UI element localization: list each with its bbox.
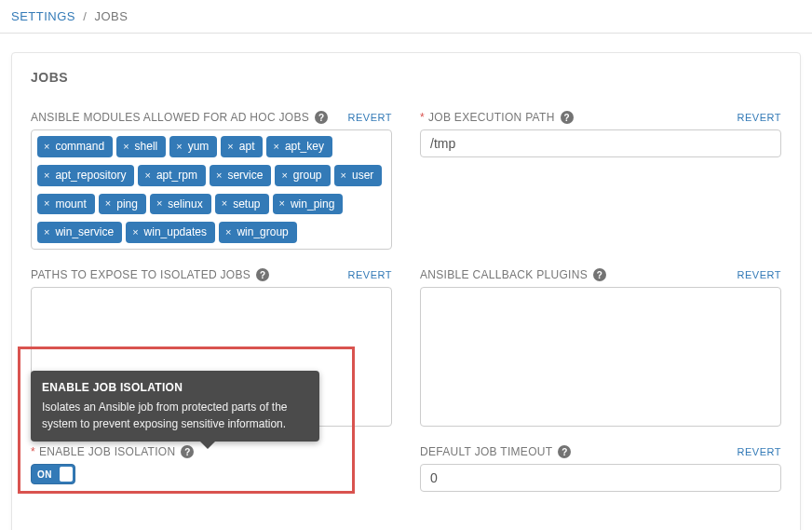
tag-label: group (293, 168, 322, 183)
isolation-label: * ENABLE JOB ISOLATION ? (31, 445, 194, 458)
module-tag[interactable]: ×user (334, 165, 383, 186)
module-tag[interactable]: ×setup (215, 194, 269, 215)
isolation-toggle[interactable]: ON (31, 464, 75, 484)
revert-callback-button[interactable]: REVERT (738, 269, 781, 280)
remove-tag-icon[interactable]: × (341, 169, 346, 183)
callback-plugins-input[interactable] (420, 287, 781, 427)
module-tag[interactable]: ×ping (99, 194, 146, 215)
module-tag[interactable]: ×group (275, 165, 330, 186)
module-tag[interactable]: ×service (210, 165, 271, 186)
help-icon[interactable]: ? (315, 111, 328, 124)
required-indicator: * (420, 111, 425, 124)
module-tag[interactable]: ×win_updates (126, 222, 215, 243)
exec-path-label: * JOB EXECUTION PATH ? (420, 111, 574, 124)
revert-timeout-button[interactable]: REVERT (738, 446, 781, 457)
help-icon[interactable]: ? (561, 111, 574, 124)
module-tag[interactable]: ×yum (169, 136, 217, 157)
remove-tag-icon[interactable]: × (132, 225, 138, 239)
module-tag[interactable]: ×command (37, 136, 113, 157)
jobs-settings-panel: JOBS ANSIBLE MODULES ALLOWED FOR AD HOC … (11, 52, 801, 530)
tag-label: apt_rpm (156, 168, 197, 183)
help-icon[interactable]: ? (181, 445, 194, 458)
remove-tag-icon[interactable]: × (222, 197, 227, 211)
tag-label: apt_repository (55, 168, 126, 183)
remove-tag-icon[interactable]: × (44, 225, 49, 239)
timeout-label: DEFAULT JOB TIMEOUT ? (420, 445, 571, 458)
tooltip-body: Isolates an Ansible job from protected p… (42, 400, 308, 432)
tag-label: win_ping (291, 197, 334, 212)
breadcrumb-settings-link[interactable]: SETTINGS (11, 9, 75, 23)
module-tag[interactable]: ×win_ping (273, 194, 344, 215)
paths-expose-label: PATHS TO EXPOSE TO ISOLATED JOBS ? (31, 268, 269, 281)
remove-tag-icon[interactable]: × (144, 169, 150, 183)
breadcrumb-separator: / (79, 9, 90, 23)
remove-tag-icon[interactable]: × (225, 225, 231, 239)
tag-label: yum (188, 139, 210, 155)
tag-label: shell (135, 139, 158, 155)
help-icon[interactable]: ? (256, 268, 269, 281)
remove-tag-icon[interactable]: × (123, 140, 129, 154)
tag-label: user (352, 168, 373, 183)
help-icon[interactable]: ? (558, 445, 571, 458)
module-tag[interactable]: ×apt_repository (37, 165, 134, 186)
revert-exec-path-button[interactable]: REVERT (738, 112, 781, 123)
tag-label: setup (233, 197, 260, 212)
breadcrumb-current: JOBS (94, 9, 128, 23)
callback-label: ANSIBLE CALLBACK PLUGINS ? (420, 268, 606, 281)
remove-tag-icon[interactable]: × (281, 169, 287, 183)
remove-tag-icon[interactable]: × (44, 169, 49, 183)
revert-modules-button[interactable]: REVERT (348, 112, 392, 123)
module-tag[interactable]: ×shell (116, 136, 166, 157)
tag-label: apt (239, 139, 255, 155)
tag-label: command (55, 139, 104, 155)
tooltip-title: ENABLE JOB ISOLATION (42, 380, 308, 396)
tooltip-arrow (200, 442, 215, 449)
module-tag[interactable]: ×apt_key (266, 136, 332, 157)
tag-label: win_service (55, 224, 114, 240)
remove-tag-icon[interactable]: × (273, 140, 278, 154)
remove-tag-icon[interactable]: × (216, 169, 222, 183)
module-tag[interactable]: ×apt_rpm (138, 165, 205, 186)
tag-label: mount (55, 197, 86, 212)
toggle-knob (60, 467, 73, 482)
exec-path-input[interactable] (420, 129, 781, 157)
module-tag[interactable]: ×win_group (219, 222, 297, 243)
page-title: JOBS (31, 70, 781, 85)
remove-tag-icon[interactable]: × (105, 197, 111, 211)
module-tag[interactable]: ×apt (221, 136, 263, 157)
module-tag[interactable]: ×selinux (150, 194, 211, 215)
modules-label: ANSIBLE MODULES ALLOWED FOR AD HOC JOBS … (31, 111, 328, 124)
toggle-on-label: ON (32, 469, 52, 480)
help-icon[interactable]: ? (593, 268, 606, 281)
tag-label: win_updates (144, 224, 207, 240)
remove-tag-icon[interactable]: × (227, 140, 233, 154)
tag-label: service (227, 168, 263, 183)
remove-tag-icon[interactable]: × (44, 140, 49, 154)
modules-tag-input[interactable]: ×command×shell×yum×apt×apt_key×apt_repos… (31, 129, 392, 250)
module-tag[interactable]: ×mount (37, 194, 95, 215)
remove-tag-icon[interactable]: × (279, 197, 285, 211)
remove-tag-icon[interactable]: × (176, 140, 182, 154)
remove-tag-icon[interactable]: × (44, 197, 49, 211)
timeout-input[interactable] (420, 464, 781, 492)
tag-label: win_group (237, 224, 288, 240)
tag-label: apt_key (285, 139, 324, 155)
tag-label: ping (116, 197, 138, 212)
isolation-tooltip: ENABLE JOB ISOLATION Isolates an Ansible… (31, 371, 319, 442)
remove-tag-icon[interactable]: × (156, 197, 162, 211)
revert-paths-expose-button[interactable]: REVERT (348, 269, 392, 280)
breadcrumb: SETTINGS / JOBS (0, 0, 812, 34)
module-tag[interactable]: ×win_service (37, 222, 122, 243)
tag-label: selinux (168, 197, 202, 212)
required-indicator: * (31, 445, 35, 458)
